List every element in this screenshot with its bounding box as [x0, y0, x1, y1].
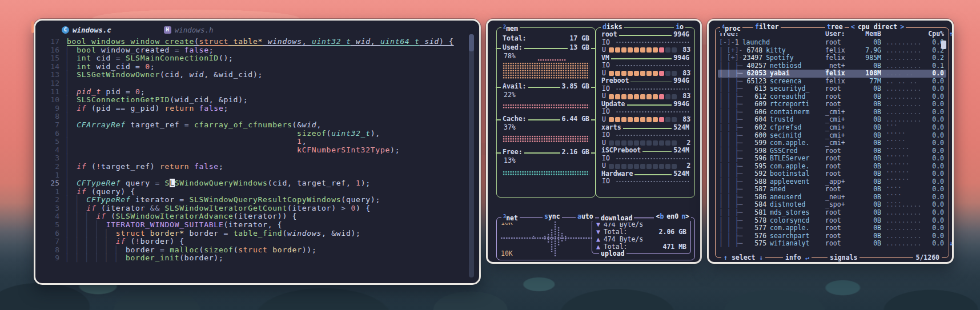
code-line[interactable]: 17bool windows_window_create(struct tabl…: [35, 38, 479, 46]
process-row[interactable]: │ │ ├─ 613securityd_root0B.........0.0: [718, 85, 946, 93]
line-number: 11: [35, 88, 67, 96]
tab-windows-c[interactable]: C windows.c: [62, 26, 111, 34]
tree-toggle[interactable]: tree: [825, 23, 845, 31]
code-line[interactable]: 6▏ sizeof(uint32_t),: [35, 130, 479, 138]
signals-button[interactable]: signals: [828, 254, 859, 262]
process-row[interactable]: │ │ ├─ 586aneuserd_neu+0B.... ....0.0: [718, 194, 946, 202]
mem-value: 17 GB: [568, 35, 591, 43]
code-area[interactable]: 17bool windows_window_create(struct tabl…: [35, 38, 479, 263]
process-row[interactable]: │ │ ├─ 578colorsyncdroot0B.........0.0: [718, 217, 946, 225]
mem-label: Cache:: [501, 115, 528, 123]
code-line[interactable]: 3▏: [35, 154, 479, 163]
header-cpu[interactable]: Cpu%: [921, 30, 944, 38]
disk-item: xarts524MIOU21M: [600, 124, 691, 147]
scrollbar-thumb[interactable]: [469, 34, 474, 51]
code-text: ▏ if (pid == g_pid) return false;: [67, 104, 228, 113]
code-text: ▏ ▏ ▏ if (SLSWindowIteratorAdvance(itera…: [67, 212, 297, 221]
code-line[interactable]: 8▏: [35, 112, 479, 121]
code-line[interactable]: 2▏ ▏ CFTypeRef iterator = SLSWindowQuery…: [35, 196, 479, 204]
download-title: download: [599, 215, 634, 223]
code-text: ▏: [67, 112, 72, 121]
line-number: 13: [35, 71, 67, 79]
code-line[interactable]: 11▏ pid_t pid = 0;: [35, 88, 479, 96]
process-row[interactable]: │ │ ├─ 65123screencafelix77M.. .. ..0.0: [718, 78, 946, 86]
code-text: ▏ if (!target_ref) return false;: [67, 163, 223, 171]
header-user[interactable]: User:: [825, 30, 854, 38]
process-row[interactable]: │ │ ├─ 577com.apple.root0B.........0.0: [718, 224, 946, 232]
disk-item: Update994GIOU837G: [600, 100, 691, 124]
proc-title[interactable]: 4proc: [720, 23, 742, 33]
line-number: 9: [35, 254, 67, 263]
active-window-indicator-bar: [31, 21, 34, 33]
mem-label: Total:: [501, 35, 528, 43]
code-line[interactable]: 10▏ SLSConnectionGetPID(wid_cid, &pid);: [35, 96, 479, 104]
process-row[interactable]: │ │ ├─ 609rtcreportiroot0B.........0.0: [718, 100, 946, 108]
code-line[interactable]: 5▏ 1,: [35, 138, 479, 146]
line-number: 6: [35, 230, 67, 238]
code-line[interactable]: 5▏ ▏ ▏ ▏ ITERATOR_WINDOW_SUITABLE(iterat…: [35, 221, 479, 230]
filter-button[interactable]: filter: [753, 23, 781, 31]
net-auto-button[interactable]: auto: [576, 213, 595, 221]
mem-value: 13 GB: [568, 44, 591, 52]
process-row[interactable]: │ [+]- 6748kittyfelix7.9G.........0.2: [718, 47, 946, 55]
disk-item: VM994GIOU837G: [600, 54, 691, 78]
process-list: [-]-1launchdroot0B.........0.0│ [+]- 674…: [718, 39, 946, 248]
scroll-down-icon[interactable]: ↓: [944, 240, 953, 248]
disk-item: Hardware524MIO: [600, 170, 691, 186]
code-line[interactable]: 4▏ ▏ ▏ if (SLSWindowIteratorAdvance(iter…: [35, 212, 479, 221]
process-row[interactable]: │ │ ├─ 606containerm_cmi+0B.........0.0: [718, 108, 946, 116]
code-line[interactable]: 2▏ if (!target_ref) return false;: [35, 163, 479, 171]
line-number: 7: [35, 237, 67, 246]
code-line[interactable]: 9▏ ▏ ▏ ▏ ▏ ▏ border_init(border);: [35, 254, 479, 263]
process-row[interactable]: │ [+]-23497Spotifyfelix985M.........0.2: [718, 54, 946, 62]
editor-scrollbar[interactable]: [469, 34, 474, 277]
code-line[interactable]: 4▏ kCFNumberSInt32Type);: [35, 146, 479, 155]
code-line[interactable]: 9▏ if (pid == g_pid) return false;: [35, 104, 479, 113]
process-row[interactable]: │ │ ├─ 584distnoted_spo+0B.........0.0: [718, 201, 946, 209]
process-row[interactable]: [-]-1launchdroot0B.........0.0: [718, 39, 946, 47]
net-title[interactable]: 3net: [501, 213, 520, 223]
code-text: ▏: [67, 171, 72, 180]
line-number: 2: [35, 163, 67, 171]
code-text: bool windows_window_create(struct table*…: [67, 38, 454, 46]
cpu-sort-selector[interactable]: <cpu direct>: [849, 23, 906, 31]
process-row[interactable]: │ │ ├─ 62053yabaifelix108M.... ..0.0: [718, 70, 946, 78]
code-line[interactable]: 7▏ CFArrayRef target_ref = cfarray_of_cf…: [35, 121, 479, 130]
code-line[interactable]: 7▏ ▏ ▏ ▏ ▏ if (!border) {: [35, 237, 479, 246]
line-number: 16: [35, 46, 67, 55]
process-table-header: Tree: User: MemB Cpu% ↑: [719, 30, 946, 38]
io-title[interactable]: io: [674, 23, 685, 31]
c-file-icon: C: [62, 26, 69, 34]
info-button[interactable]: info ↵: [783, 254, 812, 262]
code-line[interactable]: 25▏ CFTypeRef query = SLSWindowQueryWind…: [35, 179, 479, 188]
proc-scrollbar-thumb[interactable]: [941, 41, 946, 49]
code-line[interactable]: 15▏ int cid = SLSMainConnectionID();: [35, 54, 479, 63]
scroll-up-icon[interactable]: ↑: [944, 30, 953, 38]
code-text: ▏ SLSConnectionGetPID(wid_cid, &pid);: [67, 96, 248, 104]
process-row[interactable]: │ │ ├─ 581mds_storesroot0B.........0.0: [718, 209, 946, 217]
tab-windows-h[interactable]: H windows.h: [164, 26, 214, 34]
process-row[interactable]: │ │ ├─ 576searchpartroot0B.........0.0: [718, 232, 946, 240]
line-number: 25: [35, 179, 67, 188]
mem-title[interactable]: 2mem: [501, 23, 520, 33]
line-number: 8: [35, 246, 67, 255]
process-row[interactable]: │ │ ├─ 612coreauthdroot0B.........0.0: [718, 93, 946, 101]
code-line[interactable]: 13▏ SLSGetWindowOwner(cid, wid, &wid_cid…: [35, 71, 479, 79]
disk-list: root994GIOU837GVM994GIOU837GPreboot994GI…: [600, 31, 691, 196]
position-indicator: 5/1260: [913, 254, 942, 262]
process-row[interactable]: │ │ ├─ 575wifianalytroot0B.........0.0↓: [718, 240, 946, 248]
code-line[interactable]: 12▏: [35, 79, 479, 88]
code-text: ▏ ▏ ▏ ▏ ▏ ▏ border_init(border);: [67, 254, 223, 263]
net-graph: [499, 220, 596, 257]
disks-title[interactable]: disks: [601, 23, 624, 31]
mem-used-row: Used: 13 GB: [501, 44, 591, 52]
header-mem[interactable]: MemB: [854, 30, 881, 38]
net-sync-button[interactable]: sync: [543, 213, 562, 221]
code-line[interactable]: 16▏ bool window_created = false;: [35, 46, 479, 55]
h-file-icon: H: [164, 26, 171, 34]
line-number: 4: [35, 212, 67, 221]
process-row[interactable]: │ │ ├─ 40257netbiosd_net+0B.........0.1: [718, 62, 946, 70]
code-line[interactable]: 1▏: [35, 171, 479, 180]
select-buttons[interactable]: ↑ select ↓: [721, 254, 765, 262]
net-interface-selector[interactable]: <ben0n>: [654, 213, 691, 221]
